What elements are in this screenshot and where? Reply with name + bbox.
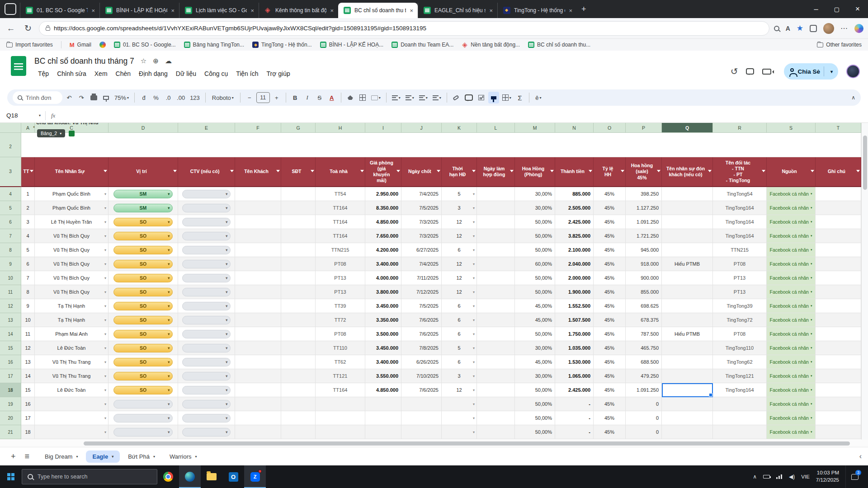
cell-room-price[interactable]: 3.400.000: [365, 257, 401, 271]
filter-funnel-icon[interactable]: [104, 170, 107, 172]
cell-room-price[interactable]: [365, 397, 401, 411]
position-chip-so[interactable]: SO▾: [113, 232, 173, 240]
position-chip-so[interactable]: SO▾: [113, 330, 173, 338]
cell-partner[interactable]: TingTong39: [713, 299, 767, 313]
cell-room-commission-pct[interactable]: 50,00%: [515, 411, 555, 425]
cell-ctv[interactable]: ▾: [178, 187, 235, 201]
cell-customer-name[interactable]: [235, 411, 281, 425]
sheet-tab-caret-icon[interactable]: ▾: [76, 455, 78, 459]
cell-position[interactable]: SM▾: [108, 187, 178, 201]
strikethrough-button[interactable]: S: [314, 92, 325, 103]
cell-amount[interactable]: 885.000: [555, 187, 594, 201]
cell-dropdown-icon[interactable]: ▾: [104, 346, 106, 350]
cell-phone[interactable]: [281, 299, 316, 313]
cell-staff-name[interactable]: Lê Đức Toàn▾: [35, 341, 108, 355]
table-header-19[interactable]: Ghi chú: [816, 157, 861, 187]
cell-staff-name[interactable]: Vũ Thị Bích Quy▾: [35, 285, 108, 299]
column-header-R[interactable]: R: [713, 123, 767, 133]
cell-room-price[interactable]: 3.350.000: [365, 313, 401, 327]
filter-funnel-icon[interactable]: [360, 170, 364, 172]
cell-phone[interactable]: [281, 397, 316, 411]
cell-contract-term[interactable]: 5▾: [442, 341, 477, 355]
cell-customer-name[interactable]: [235, 355, 281, 369]
cell-room-commission-pct[interactable]: 50,00%: [515, 215, 555, 229]
cell-note[interactable]: [816, 313, 861, 327]
cell-sale-commission[interactable]: 0: [626, 411, 662, 425]
empty-chip[interactable]: ▾: [113, 428, 173, 436]
filter-funnel-icon[interactable]: [856, 170, 860, 172]
star-doc-icon[interactable]: ☆: [141, 57, 146, 65]
cell-dropdown-icon[interactable]: ▾: [473, 192, 475, 196]
cell-customer-name[interactable]: [235, 425, 281, 439]
percent-format-button[interactable]: %: [151, 92, 161, 103]
cell-ctv[interactable]: ▾: [178, 229, 235, 243]
empty-chip[interactable]: ▾: [182, 358, 231, 366]
text-rotation-button[interactable]: ▾: [431, 92, 443, 103]
cell-room-price[interactable]: [365, 425, 401, 439]
cell-phone[interactable]: [281, 271, 316, 285]
cell-dropdown-icon[interactable]: ▾: [473, 206, 475, 210]
empty-chip[interactable]: ▾: [182, 246, 231, 254]
cell-room-price[interactable]: 3.500.000: [365, 327, 401, 341]
row-header-3[interactable]: 3: [0, 157, 21, 187]
cell-greeter[interactable]: [662, 397, 713, 411]
horizontal-scrollbar[interactable]: [0, 440, 868, 447]
cell-source[interactable]: Facebook cá nhân▾: [767, 327, 816, 341]
cell-source[interactable]: Facebook cá nhân▾: [767, 425, 816, 439]
cell-source[interactable]: Facebook cá nhân▾: [767, 215, 816, 229]
cell-close-date[interactable]: 7/6/2025: [401, 383, 442, 397]
cell-dropdown-icon[interactable]: ▾: [104, 220, 106, 224]
table-header-14[interactable]: Tỷ lệ HH: [594, 157, 626, 187]
filter-views-button[interactable]: ▾: [500, 92, 513, 103]
cell-note[interactable]: [816, 341, 861, 355]
cell-close-date[interactable]: 6/27/2025: [401, 243, 442, 257]
cell-phone[interactable]: [281, 369, 316, 383]
empty-chip[interactable]: ▾: [113, 400, 173, 408]
cell-customer-name[interactable]: [235, 369, 281, 383]
table-header-15[interactable]: Hoa hồng (sale) 45%: [626, 157, 662, 187]
cell-close-date[interactable]: 7/3/2025: [401, 229, 442, 243]
cell-greeter[interactable]: [662, 369, 713, 383]
cell-room-commission-pct[interactable]: 50,00%: [515, 271, 555, 285]
sheet-tab-warriors[interactable]: Warriors▾: [163, 450, 203, 463]
cell-commission-rate[interactable]: 45%: [594, 341, 626, 355]
cell-amount[interactable]: 2.040.000: [555, 257, 594, 271]
bookmark-4[interactable]: 01. BC SO - Google...: [114, 42, 176, 48]
cell-tt[interactable]: 8: [21, 285, 35, 299]
text-color-button[interactable]: A: [326, 92, 337, 103]
menu-8[interactable]: Tiện ích: [232, 69, 262, 80]
cell-ctv[interactable]: ▾: [178, 243, 235, 257]
table-header-2[interactable]: Tên Nhân Sự: [35, 157, 108, 187]
redo-button[interactable]: ↷: [76, 92, 87, 103]
cell-note[interactable]: [816, 271, 861, 285]
column-header-M[interactable]: M: [515, 123, 555, 133]
cell-staff-name[interactable]: Vũ Thị Bích Quy▾: [35, 271, 108, 285]
cell-close-date[interactable]: 7/5/2025: [401, 299, 442, 313]
menu-5[interactable]: Định dạng: [135, 69, 171, 80]
cell-contract-date[interactable]: [477, 397, 515, 411]
cell-staff-name[interactable]: Lê Thị Huyền Trân▾: [35, 215, 108, 229]
cell-sale-commission[interactable]: 918.000: [626, 257, 662, 271]
column-header-K[interactable]: K: [442, 123, 477, 133]
browser-tab-3[interactable]: Lịch làm việc SO - Goo×: [179, 3, 259, 18]
column-header-S[interactable]: S: [767, 123, 816, 133]
table-header-16[interactable]: Tên nhân sự đón khách (nếu có): [662, 157, 713, 187]
cell-commission-rate[interactable]: 45%: [594, 355, 626, 369]
row-header-10[interactable]: 10: [0, 271, 21, 285]
cell-dropdown-icon[interactable]: ▾: [104, 248, 106, 252]
cell-close-date[interactable]: 7/6/2025: [401, 313, 442, 327]
font-select[interactable]: Roboto▾: [209, 92, 236, 103]
cell-staff-name[interactable]: ▾: [35, 425, 108, 439]
cell-building[interactable]: PT13: [316, 271, 365, 285]
cell-staff-name[interactable]: Vũ Thị Bích Quy▾: [35, 229, 108, 243]
cell-room-price[interactable]: 8.350.000: [365, 201, 401, 215]
row-header-13[interactable]: 13: [0, 313, 21, 327]
cell-sale-commission[interactable]: 479.250: [626, 369, 662, 383]
cell-dropdown-icon[interactable]: ▾: [104, 192, 106, 196]
cell-note[interactable]: [816, 355, 861, 369]
action-center-button[interactable]: 3: [845, 465, 863, 488]
cell-tt[interactable]: 10: [21, 313, 35, 327]
cell-customer-name[interactable]: [235, 383, 281, 397]
cell-dropdown-icon[interactable]: ▾: [104, 374, 106, 378]
cell-close-date[interactable]: [401, 411, 442, 425]
